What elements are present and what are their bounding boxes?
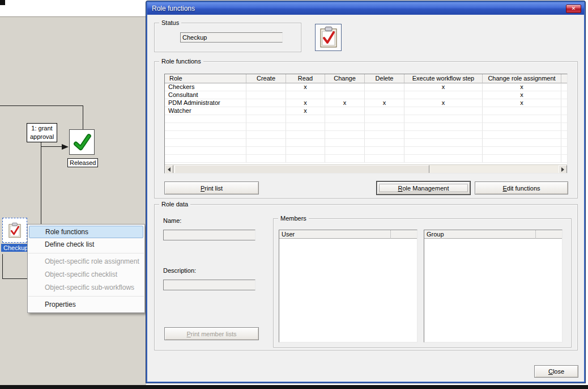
description-field	[163, 280, 255, 290]
column-header-create[interactable]: Create	[246, 74, 286, 83]
checkup-node[interactable]	[2, 218, 27, 243]
role-row-empty	[165, 131, 567, 139]
checklist-icon-box	[315, 24, 342, 51]
role-table-header: RoleCreateReadChangeDeleteExecute workfl…	[165, 74, 567, 83]
menu-item-object-specific-sub-workflows: Object-specific sub-workflows	[28, 281, 144, 294]
column-header-role[interactable]: Role	[165, 74, 246, 83]
group-list-header: Group	[424, 230, 562, 239]
name-label: Name:	[163, 217, 181, 224]
column-header-filler	[561, 74, 567, 83]
description-label: Description:	[163, 267, 196, 274]
close-button[interactable]: Close	[534, 365, 578, 378]
workflow-edge	[83, 105, 83, 129]
print-member-lists-button: Print member lists	[164, 327, 259, 340]
dialog-titlebar[interactable]: Role functions ✕	[147, 2, 584, 15]
menu-item-define-check-list[interactable]: Define check list	[28, 238, 144, 251]
context-menu: Role functionsDefine check listObject-sp…	[27, 224, 145, 313]
group-column-filler	[536, 230, 562, 239]
workflow-edge	[2, 254, 3, 279]
user-list[interactable]: User	[279, 230, 417, 343]
user-column-header[interactable]: User	[279, 230, 391, 239]
column-header-execute-workflow-step[interactable]: Execute workflow step	[404, 74, 483, 83]
name-field	[163, 230, 255, 240]
scroll-right-button[interactable]	[559, 165, 567, 174]
arrowhead-icon	[62, 144, 69, 150]
role-row-empty	[165, 139, 567, 147]
menu-separator	[28, 296, 144, 297]
close-glyph: ✕	[572, 6, 576, 11]
scroll-left-button[interactable]	[165, 165, 173, 174]
scroll-right-icon	[561, 167, 564, 172]
column-header-change-role-assignment[interactable]: Change role assignment	[483, 74, 561, 83]
released-node-label: Released	[67, 158, 98, 167]
role-functions-group-label: Role functions	[159, 58, 203, 65]
transition-label: 1: grant approval	[27, 123, 57, 142]
user-column-filler	[391, 230, 417, 239]
dialog-title: Role functions	[147, 2, 195, 15]
workflow-canvas	[0, 16, 146, 385]
role-table: RoleCreateReadChangeDeleteExecute workfl…	[164, 74, 568, 174]
role-management-button[interactable]: Role Management	[377, 181, 470, 195]
green-check-icon	[73, 133, 92, 152]
role-row-empty	[165, 155, 567, 163]
role-table-body: CheckersxxxConsultantxPDM Administratorx…	[165, 83, 567, 164]
role-row-consultant[interactable]: Consultantx	[165, 91, 567, 99]
column-header-delete[interactable]: Delete	[365, 74, 404, 83]
status-group: Status Checkup	[154, 23, 301, 52]
role-row-pdm-administrator[interactable]: PDM Administratorxxxxx	[165, 99, 567, 107]
workflow-edge	[0, 105, 83, 106]
window-corner	[0, 0, 5, 5]
horizontal-scrollbar[interactable]	[165, 164, 567, 173]
status-group-label: Status	[159, 19, 181, 27]
column-header-read[interactable]: Read	[286, 74, 325, 83]
status-field: Checkup	[180, 32, 283, 43]
members-group-label: Members	[278, 215, 309, 222]
column-header-change[interactable]: Change	[325, 74, 365, 83]
menu-item-role-functions[interactable]: Role functions	[29, 226, 143, 238]
menu-item-properties[interactable]: Properties	[28, 298, 144, 311]
user-list-header: User	[279, 230, 417, 239]
group-list[interactable]: Group	[424, 230, 563, 343]
role-functions-dialog: Role functions ✕ Status Checkup Role fun…	[146, 1, 585, 383]
role-row-empty	[165, 115, 567, 123]
clipboard-check-icon	[318, 26, 339, 49]
clipboard-check-icon	[7, 222, 22, 239]
scrollbar-thumb[interactable]	[174, 165, 429, 174]
scroll-left-icon	[168, 167, 171, 172]
role-functions-group: Role functions RoleCreateReadChangeDelet…	[154, 61, 578, 198]
close-icon[interactable]: ✕	[566, 5, 581, 13]
print-list-button[interactable]: Print list	[164, 181, 259, 195]
menu-item-object-specific-checklist: Object-specific checklist	[28, 268, 144, 281]
role-row-empty	[165, 147, 567, 155]
members-group: Members User Group	[273, 218, 572, 348]
role-row-watcher[interactable]: Watcherx	[165, 107, 567, 115]
role-data-group-label: Role data	[159, 201, 190, 208]
edit-functions-button[interactable]: Edit functions	[475, 181, 568, 195]
group-column-header[interactable]: Group	[424, 230, 536, 239]
released-node[interactable]	[69, 129, 95, 155]
checkup-node-label: Checkup	[1, 244, 30, 252]
window-bottom-edge	[0, 385, 588, 389]
menu-item-object-specific-role-assignment: Object-specific role assignment	[28, 255, 144, 268]
role-row-empty	[165, 123, 567, 131]
menu-separator	[28, 253, 144, 253]
role-data-group: Role data Name: Description: Print membe…	[154, 204, 578, 350]
role-row-checkers[interactable]: Checkersxxx	[165, 83, 567, 91]
workflow-edge	[41, 146, 62, 147]
